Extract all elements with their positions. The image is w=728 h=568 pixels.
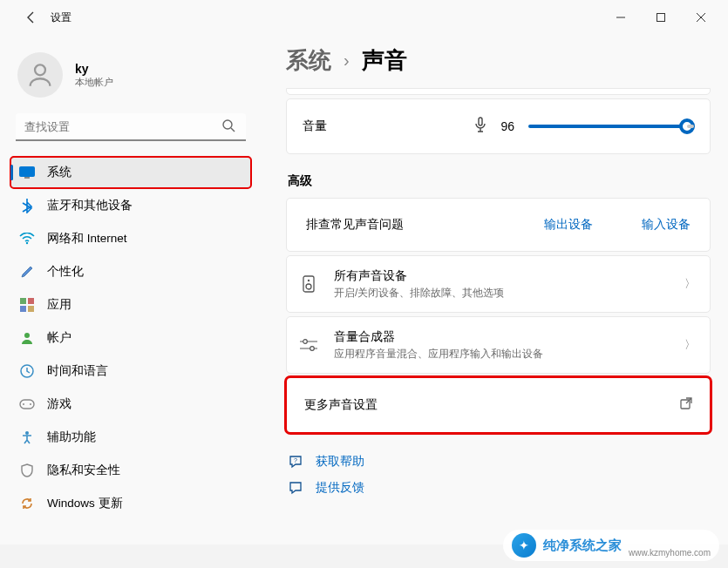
- maximize-button[interactable]: [641, 3, 681, 31]
- speaker-icon: [299, 275, 318, 293]
- microphone-icon[interactable]: [474, 117, 486, 136]
- volume-mixer-card[interactable]: 音量合成器 应用程序音量混合、应用程序输入和输出设备 〉: [286, 316, 711, 374]
- section-advanced: 高级: [288, 173, 711, 189]
- volume-label: 音量: [303, 118, 327, 134]
- accessibility-icon: [19, 429, 35, 445]
- sidebar-item-label: 游戏: [47, 396, 71, 412]
- sidebar-item-label: 应用: [47, 297, 71, 313]
- sidebar-item-system[interactable]: 系统: [10, 157, 251, 188]
- search-icon: [221, 118, 235, 136]
- svg-rect-12: [20, 306, 26, 312]
- svg-rect-20: [479, 118, 482, 125]
- settings-window: 设置 ky 本地帐户: [0, 0, 728, 544]
- chevron-right-icon: 〉: [684, 337, 696, 353]
- svg-point-4: [35, 64, 45, 75]
- sidebar-item-time-language[interactable]: 时间和语言: [10, 355, 251, 387]
- sidebar-item-label: 个性化: [47, 264, 84, 280]
- mixer-icon: [299, 338, 318, 352]
- svg-rect-16: [20, 400, 34, 409]
- breadcrumb-current: 声音: [362, 45, 407, 76]
- card-stub: [286, 88, 711, 95]
- card-subtitle: 开启/关闭设备、排除故障、其他选项: [334, 286, 504, 301]
- sidebar-item-label: Windows 更新: [47, 496, 123, 511]
- sidebar-item-privacy[interactable]: 隐私和安全性: [10, 455, 251, 486]
- link-label: 提供反馈: [316, 480, 364, 496]
- more-sound-settings-card[interactable]: 更多声音设置: [286, 377, 711, 433]
- minimize-button[interactable]: [601, 3, 641, 31]
- svg-rect-13: [28, 306, 34, 312]
- sidebar-item-network[interactable]: 网络和 Internet: [10, 223, 251, 254]
- footer-links: ? 获取帮助 提供反馈: [286, 436, 711, 501]
- slider-thumb[interactable]: [679, 118, 695, 134]
- avatar: [17, 52, 63, 98]
- update-icon: [19, 496, 35, 511]
- svg-point-14: [24, 333, 30, 338]
- sidebar-item-bluetooth[interactable]: 蓝牙和其他设备: [10, 190, 251, 221]
- sidebar-item-accounts[interactable]: 帐户: [10, 322, 251, 354]
- svg-point-27: [310, 347, 315, 351]
- window-controls: [601, 3, 721, 31]
- card-subtitle: 应用程序音量混合、应用程序输入和输出设备: [334, 347, 543, 362]
- sidebar-item-label: 辅助功能: [47, 429, 96, 445]
- back-button[interactable]: [16, 2, 47, 33]
- search-input[interactable]: [16, 113, 246, 141]
- sidebar-item-personalization[interactable]: 个性化: [10, 256, 251, 287]
- volume-card[interactable]: 音量 96: [286, 98, 711, 154]
- svg-rect-8: [24, 177, 30, 179]
- svg-point-23: [306, 284, 311, 289]
- close-button[interactable]: [681, 3, 721, 31]
- give-feedback-link[interactable]: 提供反馈: [288, 475, 711, 501]
- arrow-left-icon: [24, 10, 38, 24]
- svg-rect-10: [20, 298, 26, 304]
- svg-point-22: [308, 280, 310, 281]
- open-external-icon: [680, 397, 692, 413]
- sidebar-item-label: 时间和语言: [47, 363, 108, 379]
- sidebar-item-label: 帐户: [47, 330, 71, 346]
- breadcrumb: 系统 › 声音: [286, 45, 711, 76]
- wifi-icon: [19, 231, 35, 247]
- bluetooth-icon: [19, 198, 35, 213]
- sidebar-item-gaming[interactable]: 游戏: [10, 389, 251, 420]
- svg-point-25: [303, 340, 308, 344]
- user-subtitle: 本地帐户: [75, 76, 113, 89]
- sidebar-item-apps[interactable]: 应用: [10, 289, 251, 321]
- chevron-right-icon: 〉: [684, 276, 696, 292]
- sidebar-item-label: 蓝牙和其他设备: [47, 198, 133, 213]
- breadcrumb-parent[interactable]: 系统: [286, 45, 331, 76]
- system-icon: [19, 165, 35, 180]
- username: ky: [75, 62, 113, 76]
- sidebar-item-accessibility[interactable]: 辅助功能: [10, 422, 251, 453]
- more-sound-label: 更多声音设置: [304, 397, 378, 413]
- card-title: 音量合成器: [334, 329, 543, 345]
- watermark-logo-icon: ✦: [512, 533, 536, 558]
- shield-icon: [19, 463, 35, 478]
- output-devices-link[interactable]: 输出设备: [544, 217, 593, 233]
- sidebar-item-label: 网络和 Internet: [47, 231, 127, 247]
- card-title: 所有声音设备: [334, 268, 504, 284]
- apps-icon: [19, 297, 35, 313]
- all-sound-devices-card[interactable]: 所有声音设备 开启/关闭设备、排除故障、其他选项 〉: [286, 255, 711, 313]
- watermark: ✦ 纯净系统之家 www.kzmyhome.com: [503, 530, 719, 561]
- watermark-url: www.kzmyhome.com: [629, 548, 711, 558]
- input-devices-link[interactable]: 输入设备: [642, 217, 691, 233]
- chevron-right-icon: ›: [344, 51, 350, 71]
- svg-point-5: [223, 120, 232, 129]
- account-icon: [19, 330, 35, 346]
- sidebar-item-update[interactable]: Windows 更新: [10, 488, 251, 519]
- sidebar-item-label: 隐私和安全性: [47, 463, 120, 478]
- get-help-link[interactable]: ? 获取帮助: [288, 449, 711, 475]
- svg-text:?: ?: [294, 457, 297, 463]
- main-pane: 系统 › 声音 音量 96 高级 排查常见声音问题 输出设: [262, 35, 728, 544]
- troubleshoot-card: 排查常见声音问题 输出设备 输入设备: [286, 198, 711, 252]
- svg-point-9: [26, 242, 28, 244]
- clock-icon: [19, 363, 35, 379]
- app-title: 设置: [51, 10, 71, 25]
- volume-slider[interactable]: [528, 125, 694, 128]
- svg-rect-1: [657, 14, 665, 22]
- feedback-icon: [288, 481, 303, 495]
- svg-rect-7: [20, 167, 35, 177]
- user-info[interactable]: ky 本地帐户: [0, 42, 262, 113]
- nav-list: 系统 蓝牙和其他设备 网络和 Internet 个性化 应用: [0, 152, 262, 519]
- help-icon: ?: [288, 455, 303, 469]
- gamepad-icon: [19, 396, 35, 412]
